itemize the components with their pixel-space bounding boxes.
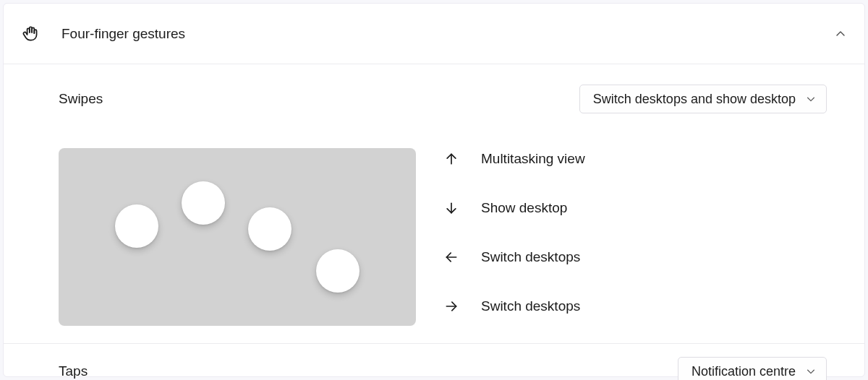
finger-dot: [248, 207, 292, 251]
chevron-up-icon: [834, 27, 847, 40]
swipes-section: Swipes Switch desktops and show desktop: [4, 64, 864, 344]
swipes-label: Swipes: [59, 91, 103, 107]
section-title: Four-finger gestures: [61, 26, 834, 42]
swipes-content: Multitasking view Show desktop: [59, 148, 847, 326]
arrow-up-icon: [443, 151, 459, 167]
gesture-right: Switch desktops: [443, 298, 585, 314]
finger-dot: [316, 249, 359, 293]
swipes-dropdown[interactable]: Switch desktops and show desktop: [579, 85, 827, 113]
touchpad-preview: [59, 148, 416, 326]
gesture-list: Multitasking view Show desktop: [443, 148, 585, 314]
gesture-up: Multitasking view: [443, 151, 585, 167]
gesture-down: Show desktop: [443, 200, 585, 216]
arrow-down-icon: [443, 200, 459, 216]
finger-dot: [115, 204, 158, 248]
finger-dot: [182, 181, 225, 225]
section-header-four-finger[interactable]: Four-finger gestures: [4, 4, 864, 64]
arrow-right-icon: [443, 298, 459, 314]
gesture-down-label: Show desktop: [481, 200, 567, 216]
swipes-dropdown-value: Switch desktops and show desktop: [593, 92, 796, 107]
arrow-left-icon: [443, 249, 459, 265]
gesture-left-label: Switch desktops: [481, 249, 580, 265]
chevron-down-icon: [806, 94, 816, 104]
hand-icon: [21, 24, 41, 44]
taps-dropdown-value: Notification centre: [692, 364, 796, 379]
gesture-right-label: Switch desktops: [481, 298, 580, 314]
swipes-row: Swipes Switch desktops and show desktop: [59, 85, 847, 113]
taps-section: Taps Notification centre: [4, 344, 864, 380]
gesture-up-label: Multitasking view: [481, 151, 585, 167]
chevron-down-icon: [806, 366, 816, 376]
gesture-left: Switch desktops: [443, 249, 585, 265]
settings-panel: Four-finger gestures Swipes Switch deskt…: [3, 3, 865, 377]
taps-label: Taps: [59, 363, 88, 379]
taps-dropdown[interactable]: Notification centre: [678, 357, 827, 380]
